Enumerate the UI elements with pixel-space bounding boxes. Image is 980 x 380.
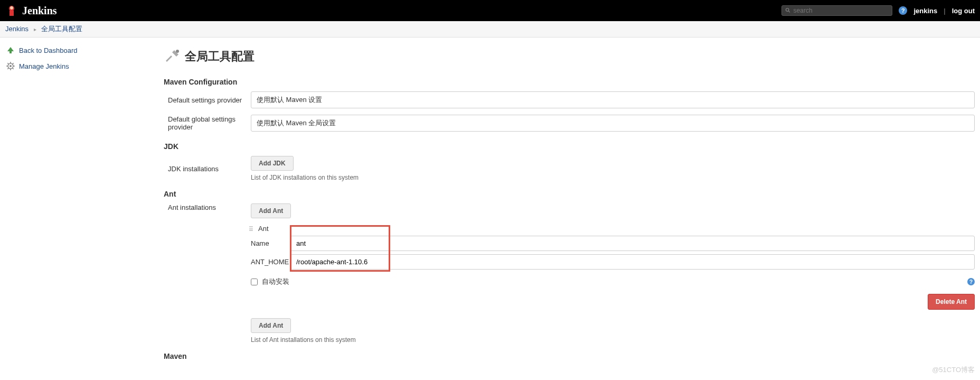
ant-item-title: Ant bbox=[258, 225, 975, 233]
form-field: Add Ant ⠿ Ant Name ANT_HOME bbox=[251, 203, 975, 344]
app-title[interactable]: Jenkins bbox=[22, 5, 57, 17]
watermark: @51CTO博客 bbox=[932, 365, 975, 375]
svg-point-7 bbox=[176, 50, 179, 53]
section-heading-maven2: Maven bbox=[164, 352, 975, 360]
ant-home-input[interactable] bbox=[290, 254, 975, 270]
tools-icon bbox=[164, 48, 181, 65]
jdk-help-text: List of JDK installations on this system bbox=[251, 174, 975, 181]
sidebar-item-label: Manage Jenkins bbox=[19, 62, 69, 70]
default-settings-select[interactable]: 使用默认 Maven 设置 bbox=[251, 91, 975, 108]
ant-home-label: ANT_HOME bbox=[251, 258, 290, 266]
ant-name-label: Name bbox=[251, 239, 290, 247]
sidebar: Back to Dashboard Manage Jenkins bbox=[0, 38, 158, 376]
section-heading-ant: Ant bbox=[164, 190, 975, 198]
delete-ant-button[interactable]: Delete Ant bbox=[928, 294, 975, 310]
jenkins-logo-icon bbox=[5, 4, 18, 17]
gear-icon bbox=[6, 62, 15, 70]
breadcrumb-item[interactable]: Jenkins bbox=[5, 25, 29, 33]
logout-link[interactable]: log out bbox=[952, 7, 975, 15]
form-field: 使用默认 Maven 全局设置 bbox=[251, 115, 975, 132]
ant-name-input[interactable] bbox=[290, 236, 975, 251]
add-jdk-button[interactable]: Add JDK bbox=[251, 156, 294, 171]
user-link[interactable]: jenkins bbox=[913, 7, 937, 15]
ant-help-text: List of Ant installations on this system bbox=[251, 336, 975, 344]
auto-install-row: 自动安装 ? bbox=[251, 277, 975, 286]
svg-point-3 bbox=[786, 8, 789, 12]
search-input[interactable] bbox=[794, 7, 889, 14]
add-ant-button[interactable]: Add Ant bbox=[251, 203, 291, 218]
sidebar-item-manage[interactable]: Manage Jenkins bbox=[6, 60, 152, 72]
main-layout: Back to Dashboard Manage Jenkins 全局工具配置 … bbox=[0, 38, 980, 376]
search-icon bbox=[785, 7, 791, 14]
breadcrumb-item[interactable]: 全局工具配置 bbox=[41, 25, 82, 33]
auto-install-checkbox[interactable] bbox=[251, 279, 258, 285]
auto-install-label: 自动安装 bbox=[262, 277, 289, 286]
form-field: 使用默认 Maven 设置 bbox=[251, 91, 975, 108]
header-right: ? jenkins | log out bbox=[781, 5, 975, 16]
form-row: JDK installations Add JDK List of JDK in… bbox=[164, 156, 975, 181]
up-arrow-icon bbox=[6, 46, 15, 54]
svg-rect-1 bbox=[10, 11, 14, 16]
form-row: Default global settings provider 使用默认 Ma… bbox=[164, 115, 975, 132]
svg-line-4 bbox=[789, 11, 790, 13]
help-icon[interactable]: ? bbox=[967, 278, 975, 285]
breadcrumb-separator: ▸ bbox=[34, 26, 36, 32]
form-row: Default settings provider 使用默认 Maven 设置 bbox=[164, 91, 975, 108]
sidebar-item-label: Back to Dashboard bbox=[19, 47, 78, 54]
page-title-row: 全局工具配置 bbox=[164, 48, 975, 65]
form-field: Add JDK List of JDK installations on thi… bbox=[251, 156, 975, 181]
top-header: Jenkins ? jenkins | log out bbox=[0, 0, 980, 21]
form-label: Ant installations bbox=[164, 203, 251, 211]
content-area: 全局工具配置 Maven Configuration Default setti… bbox=[158, 38, 980, 376]
ant-home-row: ANT_HOME bbox=[251, 254, 975, 270]
header-divider: | bbox=[944, 7, 945, 15]
form-row: Ant installations Add Ant ⠿ Ant Name ANT… bbox=[164, 203, 975, 344]
header-left: Jenkins bbox=[5, 4, 57, 17]
form-label: Default settings provider bbox=[164, 96, 251, 104]
section-heading-jdk: JDK bbox=[164, 142, 975, 151]
form-label: Default global settings provider bbox=[164, 115, 251, 131]
search-box[interactable] bbox=[781, 5, 892, 16]
form-label: JDK installations bbox=[164, 165, 251, 173]
breadcrumb: Jenkins ▸ 全局工具配置 bbox=[0, 21, 980, 38]
global-settings-select[interactable]: 使用默认 Maven 全局设置 bbox=[251, 115, 975, 132]
help-icon[interactable]: ? bbox=[899, 6, 907, 15]
section-heading-maven: Maven Configuration bbox=[164, 78, 975, 86]
ant-name-row: Name bbox=[251, 236, 975, 251]
drag-handle-icon[interactable]: ⠿ bbox=[249, 226, 253, 233]
svg-point-6 bbox=[10, 65, 12, 67]
page-title: 全局工具配置 bbox=[185, 49, 255, 64]
add-ant-button-2[interactable]: Add Ant bbox=[251, 318, 291, 333]
delete-row: Delete Ant bbox=[251, 294, 975, 310]
sidebar-item-dashboard[interactable]: Back to Dashboard bbox=[6, 44, 152, 57]
svg-point-2 bbox=[10, 6, 13, 10]
ant-install-block: ⠿ Ant Name ANT_HOME bbox=[251, 225, 975, 344]
